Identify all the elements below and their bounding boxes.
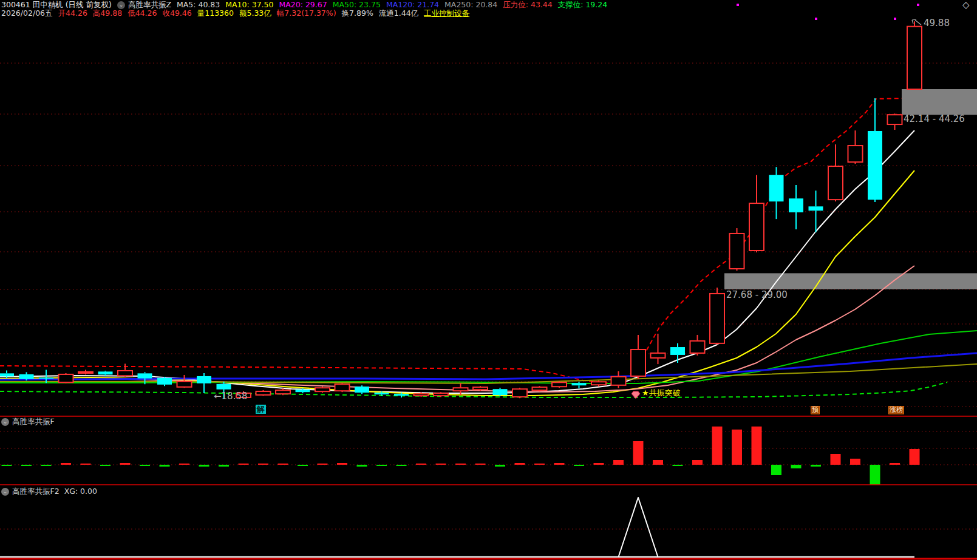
header-row-2: 2026/02/06五开44.26高49.88低44.26收49.46量1133… [1,9,475,18]
candle-down [19,374,34,379]
candle-up [434,393,448,396]
candle-down [197,376,211,383]
panel-f2-toggle-icon[interactable]: ⌄ [1,488,9,496]
candle-down [789,198,803,212]
hist-bar-negative [870,465,880,485]
ma-value-item: MA120: 21.74 [386,0,439,9]
hist-bar-negative [140,465,150,466]
hist-bar-positive [534,464,545,465]
quote-field: 额5.33亿 [239,9,271,18]
hist-bar-negative [357,465,367,467]
candle-up [315,388,330,391]
high-label-arrow [912,19,916,20]
quote-field: 幅7.32(17.37%) [277,9,336,18]
candle-up [78,372,93,373]
chevron-down-icon: ⌄ [119,1,124,9]
ma-value-item: MA10: 37.50 [225,0,273,9]
candle-up [749,203,764,251]
candle-down [670,347,685,355]
candle-down [809,206,823,211]
hist-bar-positive [179,464,189,465]
hist-bar-negative [41,465,52,466]
panel-f2-header: ⌄ 高胜率共振F2 XG: 0.00 [1,487,97,496]
hist-bar-positive [318,464,328,465]
candle-down [157,378,172,385]
indicator-toggle-icon[interactable]: ⌄ [117,1,125,9]
hist-bar-positive [653,460,663,465]
quote-field: 开44.26 [58,9,87,18]
gap-zone-box [902,89,977,115]
candle-up [907,27,922,89]
hist-bar-negative [495,465,505,467]
candle-down [493,389,508,395]
hist-bar-positive [831,454,841,465]
candle-up [256,391,271,395]
zhangbang-badge[interactable]: 涨榜 [888,406,904,414]
candle-down [217,384,231,390]
candle-up [591,382,606,385]
hist-bar-positive [692,460,703,465]
quote-field: 工业控制设备 [424,9,469,18]
candle-down [394,394,409,396]
candle-up [533,387,547,390]
gap-range-label-upper: 42.14 - 44.26 [904,115,965,124]
quote-field: 换7.89% [342,9,373,18]
candle-up [888,115,902,124]
hist-bar-positive [910,449,920,465]
hist-bar-negative [397,465,407,466]
quote-field: 收49.46 [162,9,191,18]
f2-signal-spike [619,498,658,557]
magenta-marker-dot [917,4,919,6]
candle-up [552,382,567,386]
panel-f2-title[interactable]: 高胜率共振F2 [12,487,60,496]
chevron-down-icon: ⌄ [3,418,8,426]
high-label-arrow [912,20,913,24]
ma-value-item: MA5: 40.83 [177,0,220,9]
hist-bar-positive [81,464,91,465]
candle-up [177,382,192,387]
gem-icon [631,391,640,399]
jie-badge[interactable]: 解 [256,405,266,414]
candle-up [276,390,290,394]
hist-bar-positive [594,463,604,465]
hist-bar-positive [258,464,268,465]
hist-bar-positive [337,463,347,465]
hist-bar-positive [712,427,723,465]
ma-values-list: MA5: 40.83MA10: 37.50MA20: 29.67MA50: 23… [177,1,613,9]
ma-value-item: 支撑位: 19.24 [558,0,607,9]
candle-up [335,384,350,391]
candle-down [868,131,882,200]
candle-down [138,373,152,378]
hist-bar-negative [100,465,111,466]
panel-f-toggle-icon[interactable]: ⌄ [1,418,9,426]
hist-bar-positive [613,460,624,465]
gap-zone-box [724,273,977,289]
hist-bar-negative [219,465,229,467]
hist-bar-positive [850,459,860,465]
diamond-marker-icon[interactable]: ◇ [962,1,970,10]
header-row-1: 300461 田中精机 (日线 前复权) ⌄ 高胜率共振Z MA5: 40.83… [1,1,613,9]
hist-bar-negative [199,465,209,467]
ma-value-item: MA50: 23.75 [333,0,381,9]
chevron-down-icon: ⌄ [3,488,8,496]
panel-f-header: ⌄ 高胜率共振F [1,417,55,426]
main-indicator-title[interactable]: 高胜率共振Z [128,1,171,9]
hist-bar-positive [554,463,565,465]
candle-up [631,349,645,376]
panel-f-title[interactable]: 高胜率共振F [12,417,55,426]
candle-down [769,175,784,201]
hist-bar-positive [890,463,900,465]
candle-up [828,166,843,200]
chart-app-window: 300461 田中精机 (日线 前复权) ⌄ 高胜率共振Z MA5: 40.83… [0,0,977,560]
yu-badge[interactable]: 预 [811,406,820,414]
candle-down [0,373,14,376]
hist-bar-positive [752,427,762,465]
hist-bar-negative [811,465,821,467]
candle-down [39,377,53,379]
hist-bar-negative [771,465,781,475]
ma-line-MA5 [0,130,914,393]
quote-field: 2026/02/06五 [1,9,53,18]
hist-bar-negative [21,465,32,466]
magenta-marker-dot [815,18,817,20]
hist-bar-positive [475,464,486,465]
